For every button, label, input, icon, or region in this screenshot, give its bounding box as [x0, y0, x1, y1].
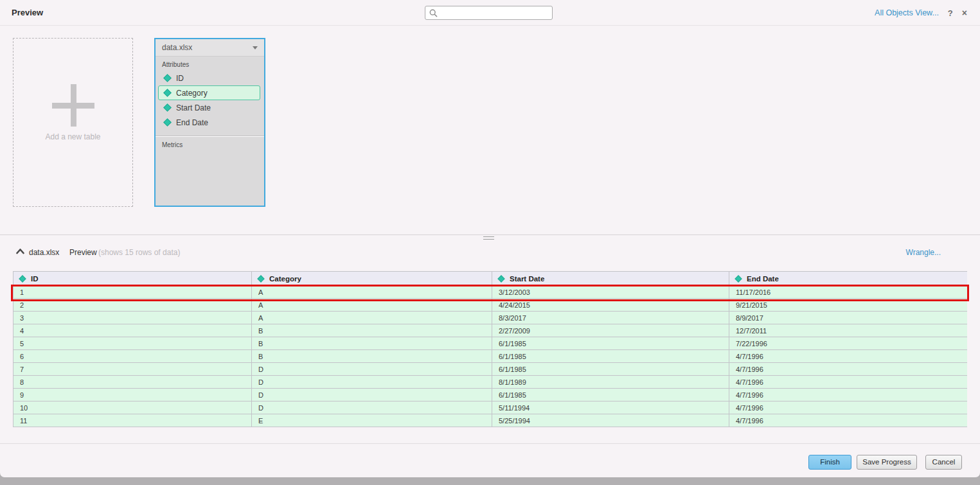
table-cell: B	[252, 324, 492, 337]
dialog-header: Preview All Objects View... ? ×	[0, 0, 980, 26]
table-row[interactable]: 3A8/3/20178/9/2017	[13, 312, 968, 324]
preview-rows-note: (shows 15 rows of data)	[98, 248, 180, 257]
table-cell: 11/17/2016	[729, 286, 968, 299]
help-icon[interactable]: ?	[948, 8, 953, 18]
table-cell: 4	[13, 324, 252, 337]
attribute-label: End Date	[176, 118, 208, 127]
save-progress-button[interactable]: Save Progress	[857, 455, 917, 470]
attribute-diamond-icon	[735, 276, 742, 283]
preview-table-header-row: IDCategoryStart DateEnd Date	[13, 272, 968, 286]
plus-icon	[52, 84, 94, 127]
column-header-id[interactable]: ID	[13, 272, 252, 286]
table-cell: D	[252, 376, 492, 389]
table-cell: E	[252, 414, 492, 427]
attribute-diamond-icon	[257, 276, 264, 283]
add-table-label: Add a new table	[13, 132, 132, 141]
table-cell: 6/1/1985	[492, 389, 729, 401]
table-row[interactable]: 1A3/12/200311/17/2016	[13, 286, 968, 299]
column-header-label: Category	[269, 275, 301, 283]
table-row[interactable]: 7D6/1/19854/7/1996	[13, 363, 968, 376]
table-cell: 8/1/1989	[492, 376, 729, 389]
attribute-item-start-date[interactable]: Start Date	[158, 100, 260, 115]
table-row[interactable]: 5B6/1/19857/22/1996	[13, 337, 968, 350]
table-cell: 9	[13, 389, 252, 401]
attribute-label: ID	[176, 74, 184, 83]
table-cell: 12/7/2011	[729, 324, 968, 337]
table-cell: 2/27/2009	[492, 324, 729, 337]
preview-label: Preview	[69, 248, 97, 257]
add-new-table-dropzone[interactable]: Add a new table	[13, 38, 133, 207]
attribute-diamond-icon	[497, 276, 504, 283]
preview-table-body: 1A3/12/200311/17/20162A4/24/20159/21/201…	[13, 286, 968, 427]
attribute-label: Category	[176, 89, 208, 98]
table-row[interactable]: 10D5/11/19944/7/1996	[13, 401, 968, 414]
table-cell: D	[252, 363, 492, 376]
cancel-button[interactable]: Cancel	[925, 455, 962, 470]
attributes-section-label: Attributes	[156, 57, 264, 71]
table-cell: 2	[13, 299, 252, 312]
table-row[interactable]: 2A4/24/20159/21/2015	[13, 299, 968, 312]
metrics-section-label: Metrics	[156, 137, 264, 151]
table-cell: 11	[13, 414, 252, 427]
table-cell: 7	[13, 363, 252, 376]
table-cell: 6/1/1985	[492, 363, 729, 376]
preview-section-header: data.xlsx Preview (shows 15 rows of data…	[13, 247, 967, 258]
dataset-title: data.xlsx	[162, 43, 192, 52]
table-cell: 6	[13, 350, 252, 363]
table-cell: A	[252, 299, 492, 312]
table-cell: D	[252, 389, 492, 401]
table-cell: 8/3/2017	[492, 312, 729, 324]
table-cell: B	[252, 350, 492, 363]
attribute-diamond-icon	[19, 276, 26, 283]
column-header-label: Start Date	[510, 275, 544, 283]
dataset-panel: data.xlsx Attributes IDCategoryStart Dat…	[154, 38, 265, 207]
close-icon[interactable]: ×	[962, 8, 967, 18]
column-header-start-date[interactable]: Start Date	[492, 272, 729, 286]
dataset-panel-header[interactable]: data.xlsx	[156, 39, 264, 57]
attribute-item-category[interactable]: Category	[158, 85, 260, 100]
attribute-diamond-icon	[163, 74, 172, 82]
search-box[interactable]	[425, 6, 553, 20]
attribute-item-end-date[interactable]: End Date	[158, 115, 260, 130]
table-cell: 7/22/1996	[729, 337, 968, 350]
column-header-label: ID	[31, 275, 39, 283]
table-cell: 3	[13, 312, 252, 324]
search-input[interactable]	[441, 6, 550, 19]
table-cell: 4/24/2015	[492, 299, 729, 312]
column-header-end-date[interactable]: End Date	[729, 272, 968, 286]
column-header-label: End Date	[747, 275, 779, 283]
table-row[interactable]: 4B2/27/200912/7/2011	[13, 324, 968, 337]
wrangle-link[interactable]: Wrangle...	[906, 248, 941, 257]
attribute-diamond-icon	[163, 103, 172, 112]
table-cell: 4/7/1996	[729, 350, 968, 363]
table-cell: 3/12/2003	[492, 286, 729, 299]
table-cell: 9/21/2015	[729, 299, 968, 312]
table-row[interactable]: 6B6/1/19854/7/1996	[13, 350, 968, 363]
table-cell: A	[252, 286, 492, 299]
attribute-item-id[interactable]: ID	[158, 71, 260, 85]
table-cell: D	[252, 401, 492, 414]
column-header-category[interactable]: Category	[252, 272, 492, 286]
page-title: Preview	[12, 8, 43, 17]
table-row[interactable]: 8D8/1/19894/7/1996	[13, 376, 968, 389]
table-cell: 4/7/1996	[729, 414, 968, 427]
table-row[interactable]: 9D6/1/19854/7/1996	[13, 389, 968, 401]
table-cell: 10	[13, 401, 252, 414]
table-cell: 4/7/1996	[729, 376, 968, 389]
table-cell: A	[252, 312, 492, 324]
table-cell: 8	[13, 376, 252, 389]
footer-divider	[0, 443, 980, 444]
collapse-chevron-up-icon[interactable]	[16, 249, 24, 254]
attribute-list: IDCategoryStart DateEnd Date	[156, 71, 264, 130]
table-cell: 4/7/1996	[729, 363, 968, 376]
splitter-handle[interactable]	[483, 236, 494, 240]
attribute-label: Start Date	[176, 103, 211, 112]
preview-table: IDCategoryStart DateEnd Date 1A3/12/2003…	[13, 271, 967, 427]
chevron-down-icon[interactable]	[253, 46, 258, 49]
preview-table-container: IDCategoryStart DateEnd Date 1A3/12/2003…	[13, 271, 967, 436]
search-icon	[429, 9, 438, 17]
table-row[interactable]: 11E5/25/19944/7/1996	[13, 414, 968, 427]
finish-button[interactable]: Finish	[808, 455, 851, 470]
all-objects-view-link[interactable]: All Objects View...	[875, 8, 939, 17]
splitter-divider	[0, 234, 980, 235]
